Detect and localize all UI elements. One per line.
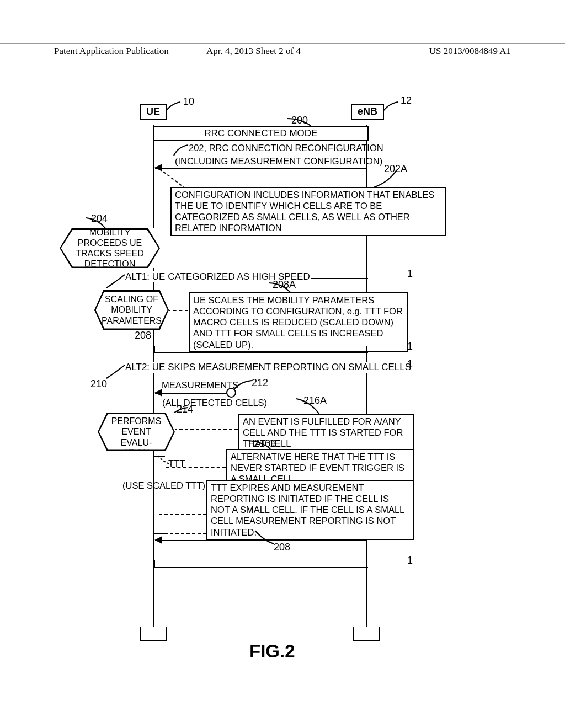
hex-204-text: MOBILITY PROCEEDS UE TRACKS SPEED DETECT… bbox=[70, 227, 150, 270]
rrc-mode-label: RRC CONNECTED MODE bbox=[205, 128, 318, 138]
measurements-label: MEASUREMENTS bbox=[162, 379, 238, 391]
arrow-bottom bbox=[155, 540, 367, 541]
ue-lifeline bbox=[153, 125, 154, 627]
actor-ue-end bbox=[140, 627, 167, 641]
one-1: 1 bbox=[407, 268, 413, 280]
actor-ue-label: UE bbox=[146, 106, 160, 117]
ref-216b: 216B bbox=[254, 438, 277, 449]
ref-208a: 208A bbox=[273, 279, 296, 291]
dash-208b bbox=[159, 514, 206, 515]
header-right: US 2013/0084849 A1 bbox=[359, 46, 511, 57]
note-202a-text: CONFIGURATION INCLUDES INFORMATION THAT … bbox=[175, 190, 435, 233]
one-2: 1 bbox=[407, 341, 413, 352]
note-208a-text: UE SCALES THE MOBILITY PARAMETERS ACCORD… bbox=[193, 295, 403, 350]
alt2-label: ALT2: UE SKIPS MEASUREMENT REPORTING ON … bbox=[124, 362, 412, 373]
ref-202a: 202A bbox=[384, 163, 407, 175]
ref-212: 212 bbox=[252, 377, 268, 389]
arrow-measurements bbox=[155, 393, 227, 394]
ref-216a: 216A bbox=[303, 395, 327, 406]
ref-210: 210 bbox=[90, 378, 107, 390]
dash-208 bbox=[167, 310, 188, 311]
arrow-measurements-head bbox=[154, 389, 162, 397]
hex-208-text: SCALING OF MOBILITY PARAMETERS bbox=[102, 294, 162, 326]
alt2-end-tick-l bbox=[154, 560, 155, 567]
alt2-end-tick-r bbox=[366, 560, 367, 567]
ttt-tick-bottom bbox=[154, 533, 165, 534]
msg-202: 202, RRC CONNECTION RECONFIGURATION bbox=[189, 142, 383, 154]
note-216b-text: ALTERNATIVE HERE THAT THE TTT IS NEVER S… bbox=[231, 452, 404, 484]
ref-200: 200 bbox=[291, 115, 308, 126]
actor-enb: eNB bbox=[351, 104, 384, 120]
ref-204: 204 bbox=[91, 213, 108, 224]
dash-216a bbox=[174, 429, 238, 430]
page-header: Patent Application Publication Apr. 4, 2… bbox=[0, 43, 565, 57]
hex-208: SCALING OF MOBILITY PARAMETERS bbox=[94, 290, 169, 330]
alt2-end bbox=[154, 567, 368, 568]
header-left: Patent Application Publication bbox=[54, 46, 206, 57]
alt1-end-tick-l bbox=[154, 346, 155, 352]
leader-202 bbox=[173, 143, 189, 157]
use-scaled-ttt: (USE SCALED TTT) bbox=[122, 480, 205, 491]
sequence-diagram: UE eNB 10 12 200 RRC CONNECTED MODE 202,… bbox=[66, 93, 508, 644]
ref-208b: 208 bbox=[274, 542, 290, 553]
msg-202-incl: (INCLUDING MEASUREMENT CONFIGURATION) bbox=[175, 156, 382, 167]
leader-208b bbox=[254, 529, 276, 546]
rrc-connected-mode: RRC CONNECTED MODE bbox=[153, 126, 369, 141]
arrow-bottom-head bbox=[154, 536, 162, 544]
one-4: 1 bbox=[407, 555, 413, 566]
leader-210 bbox=[105, 364, 127, 381]
ref-12: 12 bbox=[401, 95, 412, 106]
note-208b: TTT EXPIRES AND MEASUREMENT REPORTING IS… bbox=[206, 480, 414, 540]
figure-label: FIG.2 bbox=[249, 641, 295, 662]
alt1-tick-r bbox=[366, 278, 367, 285]
ref-214: 214 bbox=[177, 404, 193, 415]
actor-ue: UE bbox=[140, 104, 167, 120]
note-208a: UE SCALES THE MOBILITY PARAMETERS ACCORD… bbox=[189, 292, 408, 352]
actor-enb-end bbox=[353, 627, 380, 641]
note-202a: CONFIGURATION INCLUDES INFORMATION THAT … bbox=[170, 187, 446, 236]
header-mid: Apr. 4, 2013 Sheet 2 of 4 bbox=[206, 46, 359, 57]
leader-ttt bbox=[157, 454, 172, 465]
one-3: 1 bbox=[407, 358, 413, 370]
hex-204: MOBILITY PROCEEDS UE TRACKS SPEED DETECT… bbox=[60, 228, 160, 268]
dash-208b2 bbox=[164, 533, 206, 534]
actor-enb-label: eNB bbox=[358, 106, 377, 117]
ref-208: 208 bbox=[135, 330, 151, 341]
note-208b-text: TTT EXPIRES AND MEASUREMENT REPORTING IS… bbox=[211, 483, 404, 537]
hex-214: UE PERFORMS EVENT EVALU- ATION bbox=[98, 413, 175, 451]
alt1-end-tick-r bbox=[366, 346, 367, 352]
ref-10: 10 bbox=[183, 96, 194, 108]
alt1-end bbox=[154, 352, 368, 353]
